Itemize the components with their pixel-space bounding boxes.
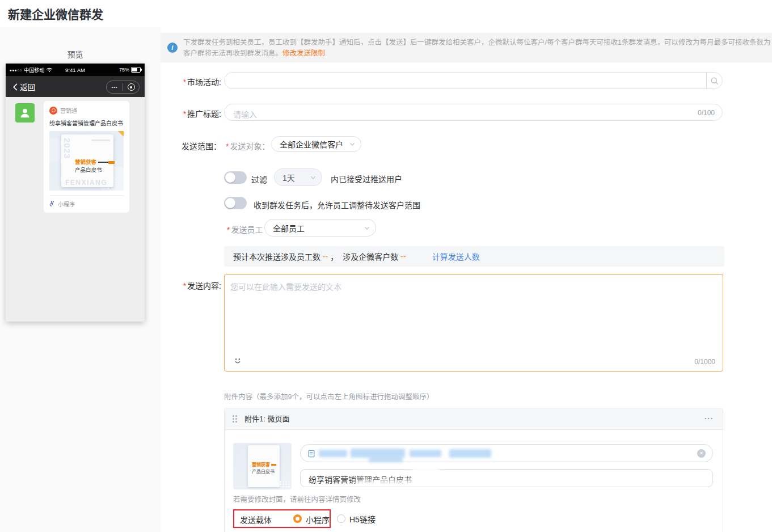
- radio-h5-label: H5链接: [349, 513, 376, 525]
- phone-mockup: ●●●○○ 中国移动 9:41 AM 75% 返回 •••: [6, 64, 145, 322]
- calc-recipients-link[interactable]: 计算发送人数: [432, 251, 480, 262]
- required-mark: *: [227, 225, 230, 234]
- push-summary-bar: 预计本次推送涉及员工数 -- ， 涉及企微客户数 -- 计算发送人数: [224, 246, 724, 267]
- more-menu-button[interactable]: •••: [107, 85, 123, 89]
- customer-count: --: [400, 252, 406, 261]
- close-circle-icon: [128, 83, 135, 91]
- promo-title-label: 推广标题:: [187, 109, 221, 119]
- staff-select[interactable]: 全部员工: [264, 219, 376, 237]
- content-label: 发送内容:: [187, 281, 221, 290]
- staff-count: --: [323, 252, 328, 261]
- filter-toggle[interactable]: [224, 171, 247, 184]
- cover-corner-accent: [118, 131, 124, 137]
- back-button[interactable]: 返回: [12, 81, 35, 92]
- radio-miniprogram-label: 小程序: [306, 514, 330, 525]
- summary-separator: ，: [330, 251, 338, 262]
- message-bubble: 营销通 纷享销客营销管理产品白皮书 2023 营销获客 产品白皮书 FENXIA…: [44, 101, 129, 213]
- required-mark: *: [226, 142, 229, 151]
- staff-value: 全部员工: [273, 222, 305, 234]
- cover-subtitle: 产品白皮书: [75, 166, 102, 174]
- radio-h5[interactable]: [337, 514, 345, 523]
- redacted-text: [319, 450, 347, 457]
- content-label-row: *发送内容:: [161, 280, 221, 291]
- radio-miniprogram[interactable]: [293, 514, 302, 523]
- send-target-label: 发送对象：: [230, 142, 269, 151]
- phone-status-bar: ●●●○○ 中国移动 9:41 AM 75%: [6, 64, 145, 76]
- chevron-down-icon: [348, 140, 356, 148]
- summary-mid: 涉及企微客户数: [343, 251, 398, 262]
- required-mark: *: [183, 109, 186, 119]
- thumbnail-cover: 营销获客 产品白皮书: [248, 445, 280, 487]
- market-activity-input[interactable]: [224, 72, 723, 89]
- promo-title-counter: 0/100: [698, 109, 715, 117]
- wifi-icon: [46, 67, 53, 73]
- content-textarea[interactable]: 您可以在此输入需要发送的文本 0/1000: [224, 274, 723, 371]
- battery-percent: 75%: [119, 67, 129, 73]
- filter-label: 过滤: [251, 174, 267, 185]
- back-label: 返回: [20, 81, 35, 92]
- miniprogram-link-icon: [49, 201, 56, 207]
- cover-title: 营销获客: [75, 159, 96, 165]
- dot-pattern: [279, 480, 290, 488]
- page: 新建企业微信群发 预览 ●●●○○ 中国移动 9:41 AM 75%: [0, 0, 772, 532]
- modify-limit-link[interactable]: 修改发送限制: [282, 49, 325, 57]
- redacted-text: [410, 450, 441, 457]
- app-name: 营销通: [60, 106, 77, 115]
- attachment-card-header: 附件1: 微页面 ···: [225, 408, 723, 430]
- attachment-thumbnail: 营销获客 产品白皮书: [233, 443, 292, 489]
- cover-watermark: FENXIANG: [65, 179, 107, 187]
- send-range-label: 发送范围：: [161, 140, 221, 151]
- blur-artifact: [419, 475, 453, 482]
- app-logo-icon: [49, 107, 57, 115]
- attachment-title: 附件1: 微页面: [244, 408, 289, 429]
- send-target-label-row: *发送对象：: [226, 140, 269, 151]
- promo-title-label-row: *推广标题:: [161, 108, 221, 119]
- person-icon: [19, 107, 31, 119]
- blur-artifact: [412, 464, 439, 473]
- required-mark: *: [183, 281, 186, 290]
- clear-link-button[interactable]: ✕: [697, 449, 706, 458]
- redacted-text: [449, 449, 491, 458]
- attachment-more-button[interactable]: ···: [704, 408, 714, 428]
- whitepaper-cover: 2023 营销获客 产品白皮书 FENXIANG: [61, 134, 113, 187]
- promo-title-input[interactable]: 请输入 0/100: [224, 104, 723, 121]
- avatar: [15, 103, 35, 123]
- staff-label: 发送员工: [231, 225, 263, 234]
- back-chevron-icon: [12, 83, 18, 91]
- drag-handle-icon[interactable]: [233, 415, 237, 423]
- close-capsule-button[interactable]: [123, 83, 139, 91]
- required-mark: *: [183, 78, 186, 87]
- send-target-select[interactable]: 全部企业微信客户: [271, 136, 361, 152]
- page-link-input[interactable]: ✕: [300, 444, 713, 462]
- filter-duration-select[interactable]: 1天: [274, 168, 322, 186]
- info-banner: i 下发群发任务到相关员工，员工收到【群发助手】通知后，点击【发送】后一键群发给…: [161, 33, 772, 62]
- page-title-input[interactable]: 纷享销客营销管理产品白皮书: [300, 469, 713, 487]
- signal-strength-icon: ●●●○○: [10, 68, 22, 72]
- preview-title: 预览: [6, 48, 145, 60]
- miniprogram-menu-pill: •••: [106, 81, 140, 94]
- allow-adjust-toggle[interactable]: [224, 197, 247, 209]
- banner-line1: 下发群发任务到相关员工，员工收到【群发助手】通知后，点击【发送】后一键群发给相关…: [183, 37, 770, 48]
- miniprogram-footer-label: 小程序: [58, 200, 75, 208]
- thumb-cover-subtitle: 产品白皮书: [252, 468, 275, 474]
- chevron-down-icon: [309, 174, 317, 181]
- emoji-picker-icon[interactable]: [233, 356, 243, 366]
- allow-adjust-label: 收到群发任务后，允许员工调整待发送客户范围: [254, 199, 420, 210]
- message-cover-image[interactable]: 2023 营销获客 产品白皮书 FENXIANG: [49, 131, 124, 191]
- phone-nav-bar: 返回 •••: [6, 76, 145, 97]
- content-placeholder: 您可以在此输入需要发送的文本: [230, 281, 341, 292]
- clock: 9:41 AM: [65, 67, 85, 73]
- page-title: 新建企业微信群发: [8, 5, 103, 22]
- cover-edit-note: 若需要修改封面，请前往内容详情页修改: [233, 493, 361, 504]
- banner-line2: 客户群将无法再收到群发消息。: [183, 49, 282, 57]
- attachment-card: 附件1: 微页面 ··· 营销获客 产品白皮书 ✕: [224, 408, 723, 532]
- carrier-label: 发送载体: [240, 514, 272, 525]
- redacted-text: [351, 449, 405, 458]
- send-target-value: 全部企业微信客户: [280, 138, 343, 150]
- search-icon: [710, 77, 719, 85]
- message-title: 纷享销客营销管理产品白皮书: [49, 119, 124, 127]
- battery-icon: [131, 67, 141, 73]
- carrier-highlight-box: 发送载体 小程序: [233, 509, 331, 528]
- market-activity-search-button[interactable]: [706, 73, 722, 88]
- filter-duration-value: 1天: [282, 172, 295, 183]
